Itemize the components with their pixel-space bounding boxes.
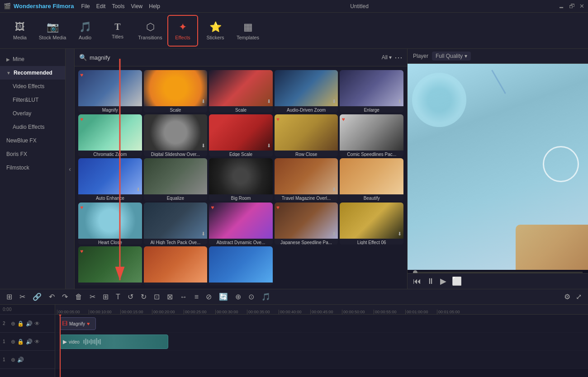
sidebar-item-filter-lut[interactable]: Filter&LUT bbox=[0, 93, 65, 107]
timeline-settings-btn[interactable]: ⚙ bbox=[564, 292, 570, 301]
minimize-btn[interactable]: 🗕 bbox=[559, 3, 564, 9]
track-add-btn[interactable]: ⊕ bbox=[11, 320, 15, 327]
effect-item-autoenhance[interactable]: ⬇Auto Enhance bbox=[78, 158, 142, 201]
effect-item-travel[interactable]: ⬇Travel Magazine Overl... bbox=[275, 158, 338, 201]
track-audio-add-btn[interactable]: ⊕ bbox=[11, 357, 15, 363]
effect-item-more1[interactable]: ♥ bbox=[78, 246, 142, 285]
timeline-title-btn[interactable]: T bbox=[114, 292, 122, 302]
effect-item-bigroom[interactable]: Big Room bbox=[209, 158, 273, 201]
timeline-pan-btn[interactable]: ⊠ bbox=[165, 292, 175, 302]
effect-heart-icon[interactable]: ♥ bbox=[276, 204, 280, 211]
filter-button[interactable]: All ▾ bbox=[382, 54, 392, 61]
toolbar-titles[interactable]: T Titles bbox=[102, 15, 133, 47]
timeline-transition2-btn[interactable]: 🔄 bbox=[217, 292, 230, 302]
player-play-btn[interactable]: ▶ bbox=[440, 276, 446, 286]
track1-speaker-btn[interactable]: 🔊 bbox=[26, 339, 33, 345]
video-clip[interactable]: ▶ video bbox=[60, 335, 168, 349]
effect-heart-icon[interactable]: ♥ bbox=[211, 204, 214, 211]
sidebar-item-filmstock[interactable]: Filmstock bbox=[0, 161, 65, 174]
effect-item-abstract[interactable]: ♥Abstract Dynamic Ove... bbox=[209, 203, 273, 245]
track-speaker-btn[interactable]: 🔊 bbox=[26, 320, 33, 327]
effect-heart-icon[interactable]: ♥ bbox=[80, 72, 83, 78]
effect-item-heartclose[interactable]: ♥Heart Close bbox=[78, 203, 142, 245]
player-pause-btn[interactable]: ⏸ bbox=[427, 277, 435, 286]
toolbar-transitions[interactable]: ⬡ Transitions bbox=[135, 15, 166, 47]
player-skip-back-btn[interactable]: ⏮ bbox=[413, 277, 421, 286]
effect-item-lighteffect[interactable]: ⬇Light Effect 06 bbox=[340, 203, 403, 245]
effect-download-icon[interactable]: ⬇ bbox=[201, 231, 205, 237]
effect-download-icon[interactable]: ⬇ bbox=[332, 187, 336, 193]
effect-item-scale1[interactable]: ⬇Scale bbox=[144, 70, 208, 113]
timeline-add-btn[interactable]: ⊕ bbox=[233, 292, 243, 302]
effect-heart-icon[interactable]: ♥ bbox=[80, 204, 83, 211]
timeline-snap-btn[interactable]: ⊙ bbox=[247, 292, 256, 302]
effect-download-icon[interactable]: ⬇ bbox=[267, 99, 271, 104]
effect-item-japanese[interactable]: ♥⬇Japanese Speedline Pa... bbox=[275, 203, 338, 245]
effect-item-comic[interactable]: ♥Comic Speedlines Pac... bbox=[340, 114, 403, 157]
effect-item-more3[interactable] bbox=[209, 246, 273, 285]
timeline-group-btn[interactable]: ⊞ bbox=[101, 292, 110, 302]
toolbar-stickers[interactable]: ⭐ Stickers bbox=[200, 15, 231, 47]
effect-download-icon[interactable]: ⬇ bbox=[332, 231, 336, 237]
track1-lock-btn[interactable]: 🔒 bbox=[17, 339, 24, 345]
track-eye-btn[interactable]: 👁 bbox=[34, 320, 40, 327]
timeline-voice-btn[interactable]: ≡ bbox=[193, 292, 200, 302]
timeline-stabilize-btn[interactable]: ⊘ bbox=[204, 292, 213, 302]
track1-eye-btn[interactable]: 👁 bbox=[34, 339, 40, 345]
effect-item-edge[interactable]: ⬇Edge Scale bbox=[209, 114, 273, 157]
effect-item-equalize[interactable]: Equalize bbox=[144, 158, 208, 201]
effect-download-icon[interactable]: ⬇ bbox=[398, 231, 402, 237]
timeline-layout-btn[interactable]: ⊞ bbox=[5, 292, 14, 302]
sidebar-item-audio-effects[interactable]: Audio Effects bbox=[0, 120, 65, 134]
effect-download-icon[interactable]: ⬇ bbox=[136, 187, 140, 193]
more-options-btn[interactable]: ⋯ bbox=[394, 52, 403, 62]
sidebar-collapse-btn[interactable]: ‹ bbox=[66, 49, 75, 289]
toolbar-media[interactable]: 🖼 Media bbox=[5, 15, 35, 47]
effect-heart-icon[interactable]: ♥ bbox=[341, 116, 345, 123]
effect-item-scale2[interactable]: ⬇Scale bbox=[209, 70, 273, 113]
track-lock-btn[interactable]: 🔒 bbox=[17, 320, 24, 327]
sidebar-item-video-effects[interactable]: Video Effects bbox=[0, 80, 65, 93]
maximize-btn[interactable]: 🗗 bbox=[569, 3, 575, 9]
search-input[interactable] bbox=[90, 54, 379, 61]
toolbar-stock[interactable]: 📷 Stock Media bbox=[37, 15, 68, 47]
sidebar-item-boris-fx[interactable]: Boris FX bbox=[0, 147, 65, 161]
sidebar-item-recommended[interactable]: ▼ Recommended bbox=[0, 66, 65, 80]
menu-help[interactable]: Help bbox=[149, 3, 160, 9]
effect-download-icon[interactable]: ⬇ bbox=[398, 99, 402, 104]
menu-file[interactable]: File bbox=[81, 3, 90, 9]
track-audio-speaker-btn[interactable]: 🔊 bbox=[17, 357, 24, 363]
effect-item-more2[interactable] bbox=[144, 246, 208, 285]
effect-heart-icon[interactable]: ♥ bbox=[80, 116, 83, 123]
timeline-expand-btn[interactable]: ⤢ bbox=[574, 292, 583, 302]
effect-heart-icon[interactable]: ♥ bbox=[80, 248, 83, 254]
timeline-delete-btn[interactable]: 🗑 bbox=[73, 292, 84, 302]
timeline-speed-btn[interactable]: ↔ bbox=[178, 292, 189, 302]
sidebar-item-newblue-fx[interactable]: NewBlue FX bbox=[0, 134, 65, 147]
menu-edit[interactable]: Edit bbox=[96, 3, 106, 9]
effect-item-magnify[interactable]: ♥Magnify bbox=[78, 70, 142, 113]
timeline-split-btn[interactable]: ✂ bbox=[88, 292, 97, 302]
sidebar-item-overlay[interactable]: Overlay bbox=[0, 107, 65, 120]
timeline-undo-btn[interactable]: ↶ bbox=[47, 292, 57, 302]
effect-download-icon[interactable]: ⬇ bbox=[332, 99, 336, 104]
effect-item-digital[interactable]: ⬇Digital Slideshow Over... bbox=[144, 114, 208, 157]
effect-item-chromatic[interactable]: ♥Chromatic Zoom bbox=[78, 114, 142, 157]
effect-item-aitech[interactable]: ⬇AI High Tech Pack Ove... bbox=[144, 203, 208, 245]
timeline-redo-btn[interactable]: ↷ bbox=[60, 292, 70, 302]
effect-item-rowclose[interactable]: ♥Row Close bbox=[275, 114, 338, 157]
toolbar-effects[interactable]: ✦ Effects bbox=[167, 15, 198, 47]
quality-select[interactable]: Full Quality ▾ bbox=[432, 52, 471, 61]
effect-download-icon[interactable]: ⬇ bbox=[267, 143, 271, 149]
effect-clip-magnify[interactable]: 🎞 Magnify ♥ bbox=[60, 317, 96, 330]
timeline-rotate-btn[interactable]: ↺ bbox=[126, 292, 135, 302]
timeline-crop-btn[interactable]: ⊡ bbox=[152, 292, 161, 302]
effect-download-icon[interactable]: ⬇ bbox=[201, 99, 205, 104]
close-btn[interactable]: ✕ bbox=[579, 3, 584, 9]
effect-item-audio-zoom[interactable]: ⬇Audio-Driven Zoom bbox=[275, 70, 338, 113]
toolbar-audio[interactable]: 🎵 Audio bbox=[70, 15, 100, 47]
effect-download-icon[interactable]: ⬇ bbox=[201, 143, 205, 149]
timeline-cut-btn[interactable]: ✂ bbox=[18, 292, 27, 302]
sidebar-item-mine[interactable]: ▶ Mine bbox=[0, 52, 65, 66]
timeline-flip-btn[interactable]: ↻ bbox=[139, 292, 148, 302]
